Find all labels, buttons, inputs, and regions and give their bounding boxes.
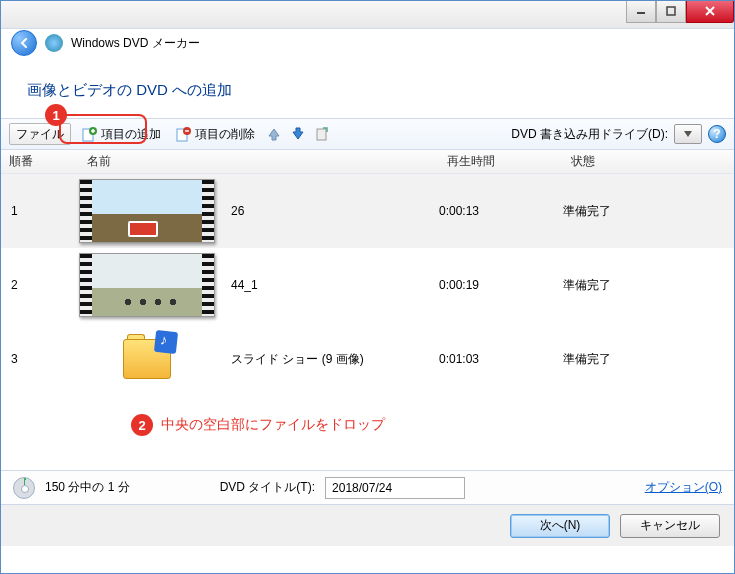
drop-hint-text: 中央の空白部にファイルをドロップ <box>161 416 385 434</box>
row-duration: 0:01:03 <box>439 352 563 366</box>
callout-badge-1: 1 <box>45 104 67 126</box>
col-duration[interactable]: 再生時間 <box>439 153 563 170</box>
row-name: 26 <box>219 204 244 218</box>
row-status: 準備完了 <box>563 203 734 220</box>
app-title: Windows DVD メーカー <box>71 35 200 52</box>
col-name[interactable]: 名前 <box>79 153 439 170</box>
app-icon <box>45 34 63 52</box>
row-order: 3 <box>1 352 79 366</box>
row-order: 2 <box>1 278 79 292</box>
drop-hint: 2 中央の空白部にファイルをドロップ <box>1 396 734 436</box>
file-button[interactable]: ファイル <box>9 123 71 145</box>
row-duration: 0:00:13 <box>439 204 563 218</box>
remove-item-button[interactable]: 項目の削除 <box>171 126 259 143</box>
thumbnail <box>79 179 219 243</box>
header-bar: Windows DVD メーカー <box>1 29 734 57</box>
play-button[interactable] <box>313 125 331 143</box>
disc-usage-icon <box>13 477 35 499</box>
add-item-button[interactable]: 項目の追加 <box>77 126 165 143</box>
svg-rect-11 <box>317 129 326 140</box>
back-button[interactable] <box>11 30 37 56</box>
thumbnail <box>79 253 219 317</box>
drive-select[interactable] <box>674 124 702 144</box>
footer: 次へ(N) キャンセル <box>1 504 734 546</box>
row-order: 1 <box>1 204 79 218</box>
row-name: 44_1 <box>219 278 258 292</box>
maximize-button[interactable] <box>656 1 686 23</box>
window: Windows DVD メーカー 画像とビデオの DVD への追加 1 ファイル… <box>0 0 735 574</box>
page-title: 画像とビデオの DVD への追加 <box>1 71 734 118</box>
dvd-title-input[interactable] <box>325 477 465 499</box>
svg-rect-1 <box>667 7 675 15</box>
col-status[interactable]: 状態 <box>563 153 734 170</box>
capacity-text: 150 分中の 1 分 <box>45 479 130 496</box>
add-icon <box>81 126 97 142</box>
titlebar <box>1 1 734 29</box>
window-buttons <box>626 1 734 23</box>
list-header: 順番 名前 再生時間 状態 <box>1 150 734 174</box>
move-up-button[interactable] <box>265 125 283 143</box>
options-link[interactable]: オプション(O) <box>645 479 722 496</box>
row-status: 準備完了 <box>563 277 734 294</box>
row-status: 準備完了 <box>563 351 734 368</box>
cancel-button[interactable]: キャンセル <box>620 514 720 538</box>
callout-badge-2: 2 <box>131 414 153 436</box>
close-button[interactable] <box>686 1 734 23</box>
drive-label: DVD 書き込み用ドライブ(D): <box>511 126 668 143</box>
remove-item-label: 項目の削除 <box>195 126 255 143</box>
remove-icon <box>175 126 191 142</box>
row-duration: 0:00:19 <box>439 278 563 292</box>
list-row[interactable]: 1 26 0:00:13 準備完了 <box>1 174 734 248</box>
row-name: スライド ショー (9 画像) <box>219 351 364 368</box>
content-area: 画像とビデオの DVD への追加 1 ファイル 項目の追加 項目の削除 <box>1 57 734 546</box>
move-down-button[interactable] <box>289 125 307 143</box>
thumbnail <box>79 327 219 391</box>
list-row[interactable]: 2 44_1 0:00:19 準備完了 <box>1 248 734 322</box>
status-bar: 150 分中の 1 分 DVD タイトル(T): オプション(O) <box>1 470 734 504</box>
add-item-label: 項目の追加 <box>101 126 161 143</box>
dvd-title-label: DVD タイトル(T): <box>220 479 315 496</box>
list-row[interactable]: 3 スライド ショー (9 画像) 0:01:03 準備完了 <box>1 322 734 396</box>
toolbar: 1 ファイル 項目の追加 項目の削除 <box>1 118 734 150</box>
col-order[interactable]: 順番 <box>1 153 79 170</box>
next-button[interactable]: 次へ(N) <box>510 514 610 538</box>
help-button[interactable]: ? <box>708 125 726 143</box>
minimize-button[interactable] <box>626 1 656 23</box>
list-area[interactable]: 1 26 0:00:13 準備完了 2 44_1 0:00:19 準備完了 3 <box>1 174 734 470</box>
